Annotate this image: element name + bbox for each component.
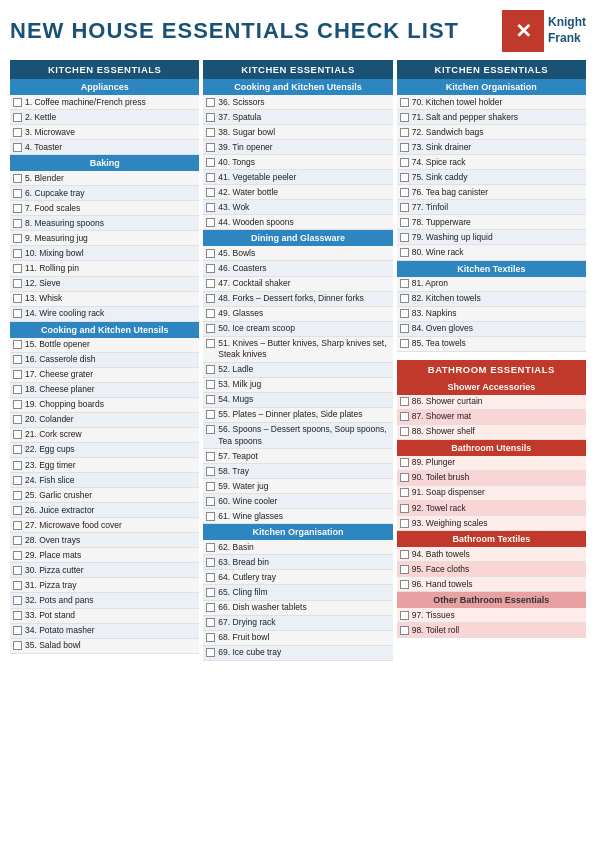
checkbox[interactable] xyxy=(400,98,409,107)
checkbox[interactable] xyxy=(400,324,409,333)
checkbox[interactable] xyxy=(206,482,215,491)
checkbox[interactable] xyxy=(206,173,215,182)
checkbox[interactable] xyxy=(206,143,215,152)
checkbox[interactable] xyxy=(400,458,409,467)
checkbox[interactable] xyxy=(13,400,22,409)
checkbox[interactable] xyxy=(400,473,409,482)
checkbox[interactable] xyxy=(206,294,215,303)
checkbox[interactable] xyxy=(13,611,22,620)
checkbox[interactable] xyxy=(206,573,215,582)
checkbox[interactable] xyxy=(400,203,409,212)
checkbox[interactable] xyxy=(400,580,409,589)
checkbox[interactable] xyxy=(13,566,22,575)
checkbox[interactable] xyxy=(13,174,22,183)
checkbox[interactable] xyxy=(400,427,409,436)
checkbox[interactable] xyxy=(206,618,215,627)
checkbox[interactable] xyxy=(400,626,409,635)
checkbox[interactable] xyxy=(400,113,409,122)
checkbox[interactable] xyxy=(400,504,409,513)
checkbox[interactable] xyxy=(206,98,215,107)
checkbox[interactable] xyxy=(13,476,22,485)
checkbox[interactable] xyxy=(206,158,215,167)
checkbox[interactable] xyxy=(400,188,409,197)
checkbox[interactable] xyxy=(400,397,409,406)
checkbox[interactable] xyxy=(206,543,215,552)
checkbox[interactable] xyxy=(13,491,22,500)
checkbox[interactable] xyxy=(206,497,215,506)
checkbox[interactable] xyxy=(206,365,215,374)
checkbox[interactable] xyxy=(13,385,22,394)
checkbox[interactable] xyxy=(13,430,22,439)
checkbox[interactable] xyxy=(206,324,215,333)
checkbox[interactable] xyxy=(13,234,22,243)
checkbox[interactable] xyxy=(13,626,22,635)
checkbox[interactable] xyxy=(13,506,22,515)
checkbox[interactable] xyxy=(13,189,22,198)
checkbox[interactable] xyxy=(206,380,215,389)
checkbox[interactable] xyxy=(206,128,215,137)
checkbox[interactable] xyxy=(13,461,22,470)
checkbox[interactable] xyxy=(13,370,22,379)
checkbox[interactable] xyxy=(13,309,22,318)
checkbox[interactable] xyxy=(206,188,215,197)
checkbox[interactable] xyxy=(206,339,215,348)
checkbox[interactable] xyxy=(400,143,409,152)
checkbox[interactable] xyxy=(206,425,215,434)
checkbox[interactable] xyxy=(206,603,215,612)
checkbox[interactable] xyxy=(400,550,409,559)
checkbox[interactable] xyxy=(206,249,215,258)
checkbox[interactable] xyxy=(13,204,22,213)
checkbox[interactable] xyxy=(13,581,22,590)
checkbox[interactable] xyxy=(400,294,409,303)
list-item: 57. Teapot xyxy=(203,449,392,464)
checkbox[interactable] xyxy=(206,309,215,318)
checkbox[interactable] xyxy=(400,248,409,257)
checkbox[interactable] xyxy=(13,521,22,530)
checkbox[interactable] xyxy=(400,412,409,421)
checkbox[interactable] xyxy=(13,264,22,273)
checkbox[interactable] xyxy=(13,536,22,545)
checkbox[interactable] xyxy=(206,113,215,122)
checkbox[interactable] xyxy=(400,519,409,528)
checkbox[interactable] xyxy=(13,355,22,364)
checkbox[interactable] xyxy=(400,218,409,227)
checkbox[interactable] xyxy=(400,279,409,288)
checkbox[interactable] xyxy=(206,452,215,461)
checkbox[interactable] xyxy=(400,611,409,620)
checkbox[interactable] xyxy=(13,641,22,650)
checkbox[interactable] xyxy=(13,596,22,605)
checkbox[interactable] xyxy=(206,218,215,227)
checkbox[interactable] xyxy=(206,264,215,273)
checkbox[interactable] xyxy=(206,648,215,657)
checkbox[interactable] xyxy=(400,128,409,137)
checkbox[interactable] xyxy=(13,340,22,349)
checkbox[interactable] xyxy=(206,203,215,212)
checkbox[interactable] xyxy=(13,98,22,107)
checkbox[interactable] xyxy=(13,445,22,454)
checkbox[interactable] xyxy=(206,410,215,419)
checkbox[interactable] xyxy=(206,512,215,521)
checkbox[interactable] xyxy=(13,113,22,122)
checkbox[interactable] xyxy=(400,488,409,497)
checkbox[interactable] xyxy=(206,467,215,476)
checkbox[interactable] xyxy=(13,128,22,137)
checkbox[interactable] xyxy=(13,279,22,288)
checkbox[interactable] xyxy=(13,143,22,152)
list-item: 14. Wire cooling rack xyxy=(10,307,199,322)
checkbox[interactable] xyxy=(400,309,409,318)
checkbox[interactable] xyxy=(400,565,409,574)
checkbox[interactable] xyxy=(13,249,22,258)
checkbox[interactable] xyxy=(13,551,22,560)
checkbox[interactable] xyxy=(206,558,215,567)
checkbox[interactable] xyxy=(13,294,22,303)
checkbox[interactable] xyxy=(13,219,22,228)
checkbox[interactable] xyxy=(400,339,409,348)
checkbox[interactable] xyxy=(206,279,215,288)
checkbox[interactable] xyxy=(206,588,215,597)
checkbox[interactable] xyxy=(206,395,215,404)
checkbox[interactable] xyxy=(400,173,409,182)
checkbox[interactable] xyxy=(400,233,409,242)
checkbox[interactable] xyxy=(13,415,22,424)
checkbox[interactable] xyxy=(400,158,409,167)
checkbox[interactable] xyxy=(206,633,215,642)
